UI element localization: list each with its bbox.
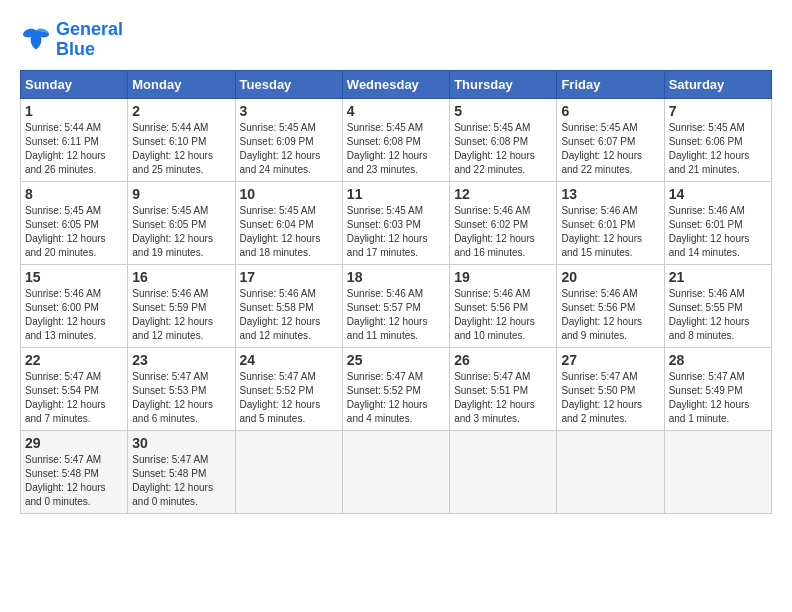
calendar-cell: 1Sunrise: 5:44 AM Sunset: 6:11 PM Daylig… (21, 98, 128, 181)
column-header-sunday: Sunday (21, 70, 128, 98)
day-info: Sunrise: 5:45 AM Sunset: 6:05 PM Dayligh… (132, 204, 230, 260)
day-info: Sunrise: 5:45 AM Sunset: 6:08 PM Dayligh… (454, 121, 552, 177)
day-number: 2 (132, 103, 230, 119)
calendar-cell: 15Sunrise: 5:46 AM Sunset: 6:00 PM Dayli… (21, 264, 128, 347)
calendar-cell: 30Sunrise: 5:47 AM Sunset: 5:48 PM Dayli… (128, 430, 235, 513)
day-number: 3 (240, 103, 338, 119)
day-info: Sunrise: 5:45 AM Sunset: 6:09 PM Dayligh… (240, 121, 338, 177)
day-info: Sunrise: 5:47 AM Sunset: 5:52 PM Dayligh… (347, 370, 445, 426)
calendar-cell: 25Sunrise: 5:47 AM Sunset: 5:52 PM Dayli… (342, 347, 449, 430)
calendar-cell (557, 430, 664, 513)
day-info: Sunrise: 5:47 AM Sunset: 5:50 PM Dayligh… (561, 370, 659, 426)
day-info: Sunrise: 5:46 AM Sunset: 6:01 PM Dayligh… (669, 204, 767, 260)
day-number: 15 (25, 269, 123, 285)
day-info: Sunrise: 5:47 AM Sunset: 5:54 PM Dayligh… (25, 370, 123, 426)
day-info: Sunrise: 5:45 AM Sunset: 6:05 PM Dayligh… (25, 204, 123, 260)
day-number: 12 (454, 186, 552, 202)
day-info: Sunrise: 5:47 AM Sunset: 5:53 PM Dayligh… (132, 370, 230, 426)
calendar-week-4: 22Sunrise: 5:47 AM Sunset: 5:54 PM Dayli… (21, 347, 772, 430)
day-number: 21 (669, 269, 767, 285)
day-number: 18 (347, 269, 445, 285)
day-info: Sunrise: 5:47 AM Sunset: 5:48 PM Dayligh… (132, 453, 230, 509)
day-number: 30 (132, 435, 230, 451)
logo: General Blue (20, 20, 123, 60)
calendar-cell: 24Sunrise: 5:47 AM Sunset: 5:52 PM Dayli… (235, 347, 342, 430)
calendar-cell: 3Sunrise: 5:45 AM Sunset: 6:09 PM Daylig… (235, 98, 342, 181)
calendar-cell: 19Sunrise: 5:46 AM Sunset: 5:56 PM Dayli… (450, 264, 557, 347)
day-info: Sunrise: 5:45 AM Sunset: 6:04 PM Dayligh… (240, 204, 338, 260)
calendar-cell: 18Sunrise: 5:46 AM Sunset: 5:57 PM Dayli… (342, 264, 449, 347)
calendar-cell: 22Sunrise: 5:47 AM Sunset: 5:54 PM Dayli… (21, 347, 128, 430)
day-number: 7 (669, 103, 767, 119)
day-number: 19 (454, 269, 552, 285)
calendar-cell (450, 430, 557, 513)
calendar-table: SundayMondayTuesdayWednesdayThursdayFrid… (20, 70, 772, 514)
day-info: Sunrise: 5:46 AM Sunset: 6:00 PM Dayligh… (25, 287, 123, 343)
calendar-cell: 10Sunrise: 5:45 AM Sunset: 6:04 PM Dayli… (235, 181, 342, 264)
calendar-week-2: 8Sunrise: 5:45 AM Sunset: 6:05 PM Daylig… (21, 181, 772, 264)
calendar-cell: 21Sunrise: 5:46 AM Sunset: 5:55 PM Dayli… (664, 264, 771, 347)
day-info: Sunrise: 5:44 AM Sunset: 6:10 PM Dayligh… (132, 121, 230, 177)
calendar-cell: 7Sunrise: 5:45 AM Sunset: 6:06 PM Daylig… (664, 98, 771, 181)
calendar-cell: 29Sunrise: 5:47 AM Sunset: 5:48 PM Dayli… (21, 430, 128, 513)
day-info: Sunrise: 5:47 AM Sunset: 5:49 PM Dayligh… (669, 370, 767, 426)
calendar-week-3: 15Sunrise: 5:46 AM Sunset: 6:00 PM Dayli… (21, 264, 772, 347)
calendar-cell: 16Sunrise: 5:46 AM Sunset: 5:59 PM Dayli… (128, 264, 235, 347)
day-number: 5 (454, 103, 552, 119)
day-number: 27 (561, 352, 659, 368)
day-info: Sunrise: 5:45 AM Sunset: 6:07 PM Dayligh… (561, 121, 659, 177)
day-number: 28 (669, 352, 767, 368)
day-number: 16 (132, 269, 230, 285)
calendar-week-5: 29Sunrise: 5:47 AM Sunset: 5:48 PM Dayli… (21, 430, 772, 513)
header-row: SundayMondayTuesdayWednesdayThursdayFrid… (21, 70, 772, 98)
calendar-cell: 2Sunrise: 5:44 AM Sunset: 6:10 PM Daylig… (128, 98, 235, 181)
day-number: 1 (25, 103, 123, 119)
day-number: 24 (240, 352, 338, 368)
day-info: Sunrise: 5:46 AM Sunset: 5:55 PM Dayligh… (669, 287, 767, 343)
day-number: 13 (561, 186, 659, 202)
day-info: Sunrise: 5:46 AM Sunset: 5:58 PM Dayligh… (240, 287, 338, 343)
day-number: 8 (25, 186, 123, 202)
column-header-saturday: Saturday (664, 70, 771, 98)
logo-icon (20, 24, 52, 56)
day-number: 11 (347, 186, 445, 202)
calendar-cell: 11Sunrise: 5:45 AM Sunset: 6:03 PM Dayli… (342, 181, 449, 264)
day-number: 10 (240, 186, 338, 202)
calendar-cell: 13Sunrise: 5:46 AM Sunset: 6:01 PM Dayli… (557, 181, 664, 264)
day-info: Sunrise: 5:45 AM Sunset: 6:03 PM Dayligh… (347, 204, 445, 260)
day-info: Sunrise: 5:46 AM Sunset: 6:01 PM Dayligh… (561, 204, 659, 260)
calendar-cell: 26Sunrise: 5:47 AM Sunset: 5:51 PM Dayli… (450, 347, 557, 430)
calendar-cell (235, 430, 342, 513)
logo-text: General Blue (56, 20, 123, 60)
day-number: 22 (25, 352, 123, 368)
day-info: Sunrise: 5:44 AM Sunset: 6:11 PM Dayligh… (25, 121, 123, 177)
page-header: General Blue (20, 20, 772, 60)
day-info: Sunrise: 5:46 AM Sunset: 5:56 PM Dayligh… (561, 287, 659, 343)
calendar-cell: 6Sunrise: 5:45 AM Sunset: 6:07 PM Daylig… (557, 98, 664, 181)
day-number: 20 (561, 269, 659, 285)
calendar-cell: 8Sunrise: 5:45 AM Sunset: 6:05 PM Daylig… (21, 181, 128, 264)
calendar-cell: 20Sunrise: 5:46 AM Sunset: 5:56 PM Dayli… (557, 264, 664, 347)
calendar-cell: 23Sunrise: 5:47 AM Sunset: 5:53 PM Dayli… (128, 347, 235, 430)
day-info: Sunrise: 5:45 AM Sunset: 6:08 PM Dayligh… (347, 121, 445, 177)
day-info: Sunrise: 5:46 AM Sunset: 5:59 PM Dayligh… (132, 287, 230, 343)
day-number: 25 (347, 352, 445, 368)
calendar-cell: 28Sunrise: 5:47 AM Sunset: 5:49 PM Dayli… (664, 347, 771, 430)
day-number: 14 (669, 186, 767, 202)
day-info: Sunrise: 5:45 AM Sunset: 6:06 PM Dayligh… (669, 121, 767, 177)
day-number: 29 (25, 435, 123, 451)
calendar-cell: 14Sunrise: 5:46 AM Sunset: 6:01 PM Dayli… (664, 181, 771, 264)
calendar-week-1: 1Sunrise: 5:44 AM Sunset: 6:11 PM Daylig… (21, 98, 772, 181)
day-info: Sunrise: 5:46 AM Sunset: 6:02 PM Dayligh… (454, 204, 552, 260)
day-info: Sunrise: 5:47 AM Sunset: 5:51 PM Dayligh… (454, 370, 552, 426)
column-header-friday: Friday (557, 70, 664, 98)
column-header-wednesday: Wednesday (342, 70, 449, 98)
day-number: 4 (347, 103, 445, 119)
day-number: 6 (561, 103, 659, 119)
calendar-cell: 12Sunrise: 5:46 AM Sunset: 6:02 PM Dayli… (450, 181, 557, 264)
day-number: 9 (132, 186, 230, 202)
calendar-cell: 4Sunrise: 5:45 AM Sunset: 6:08 PM Daylig… (342, 98, 449, 181)
day-number: 23 (132, 352, 230, 368)
calendar-cell: 17Sunrise: 5:46 AM Sunset: 5:58 PM Dayli… (235, 264, 342, 347)
column-header-tuesday: Tuesday (235, 70, 342, 98)
